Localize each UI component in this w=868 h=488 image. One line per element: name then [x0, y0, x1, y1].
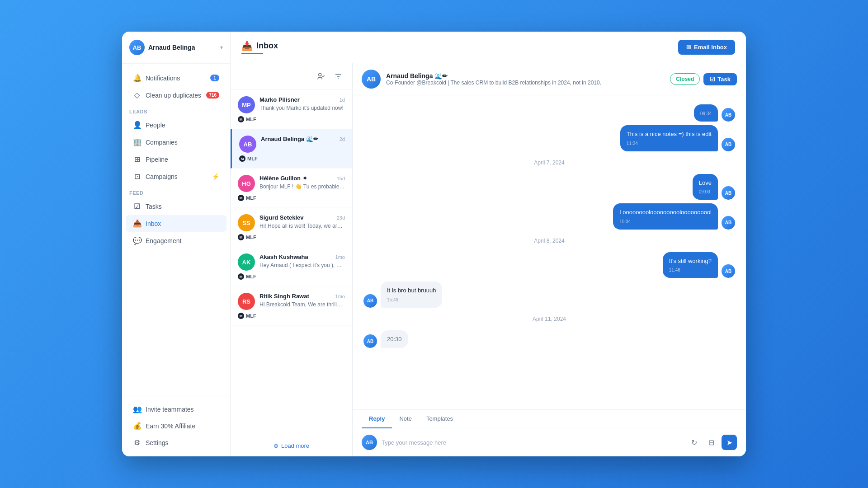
compose-tabs: ReplyNoteTemplates — [353, 410, 746, 428]
compose-avatar: AB — [362, 435, 377, 450]
status-badge[interactable]: Closed — [670, 73, 700, 85]
feed-section-label: Feed — [122, 187, 230, 197]
conv-time: 23d — [337, 215, 345, 221]
conv-info: Sigurd Seteklev 23d Hi! Hope all is well… — [259, 214, 345, 230]
inbox-label: Inbox — [146, 220, 161, 227]
tag-dot: M — [239, 155, 245, 162]
conv-time: 2d — [340, 136, 345, 142]
svg-point-0 — [319, 73, 321, 76]
sidebar-item-tasks[interactable]: ☑ Tasks — [126, 198, 226, 215]
message-text: It is bro but bruuuh — [387, 287, 436, 294]
task-icon: ☑ — [710, 76, 715, 83]
conv-preview: Thank you Marko it's updated now! — [259, 104, 345, 112]
tag-dot: M — [238, 313, 244, 319]
message-avatar: AB — [722, 216, 735, 230]
task-button[interactable]: ☑ Task — [703, 73, 737, 85]
people-icon: 👤 — [133, 121, 141, 129]
tag-dot: M — [238, 273, 244, 280]
message-text: Love — [699, 179, 712, 186]
notifications-label: Notifications — [146, 75, 180, 82]
sidebar-item-cleanup[interactable]: ◇ Clean up duplicates 716 — [126, 87, 226, 103]
conv-time: 1d — [340, 97, 345, 103]
conversation-item[interactable]: MP Marko Pilisner 1d Thank you Marko it'… — [231, 90, 352, 129]
inbox-tab[interactable]: 📥 Inbox — [241, 41, 278, 54]
message-avatar: AB — [722, 108, 735, 122]
sidebar-item-affiliate[interactable]: 💰 Earn 30% Affiliate — [126, 418, 226, 434]
cleanup-label: Clean up duplicates — [146, 92, 201, 99]
people-label: People — [146, 122, 165, 129]
notifications-badge: 1 — [210, 75, 219, 81]
tasks-label: Tasks — [146, 203, 162, 210]
conversation-item[interactable]: RS Ritik Singh Rawat 1mo Hi Breakcold Te… — [231, 286, 352, 326]
filter-button[interactable] — [331, 70, 345, 83]
conv-time: 15d — [337, 176, 345, 181]
conv-list-header — [231, 63, 352, 90]
companies-icon: 🏢 — [133, 138, 141, 146]
sidebar-item-pipeline[interactable]: ⊞ Pipeline — [126, 151, 226, 168]
conv-tag: M MLF — [239, 155, 345, 162]
load-more-label: Load more — [281, 442, 309, 449]
tag-dot: M — [238, 195, 244, 201]
sidebar-item-inbox[interactable]: 📥 Inbox — [126, 215, 226, 232]
sidebar-item-campaigns[interactable]: ⊡ Campaigns ⚡ — [126, 168, 226, 185]
message-row: 09:34AB — [363, 104, 735, 122]
message-avatar: AB — [363, 334, 377, 348]
message-avatar: AB — [722, 186, 735, 200]
load-more-button[interactable]: ⊕ Load more — [274, 442, 309, 449]
refresh-button[interactable]: ↻ — [687, 436, 701, 449]
conv-tag: M MLF — [238, 116, 345, 122]
compose-tab-note[interactable]: Note — [392, 410, 419, 428]
conv-avatar: MP — [238, 96, 255, 113]
conv-name: Marko Pilisner — [259, 96, 300, 103]
send-button[interactable]: ➤ — [722, 435, 737, 450]
page-title: Inbox — [256, 41, 278, 51]
sidebar-item-companies[interactable]: 🏢 Companies — [126, 134, 226, 150]
pipeline-label: Pipeline — [146, 156, 168, 163]
user-avatar: AB — [129, 40, 145, 55]
sidebar-item-settings[interactable]: ⚙ Settings — [126, 434, 226, 451]
message-text: Looooooooloooooooooloooooooool — [619, 209, 712, 216]
compose-tab-reply[interactable]: Reply — [362, 410, 392, 428]
sidebar-header[interactable]: AB Arnaud Belinga ▾ — [122, 32, 230, 64]
sidebar-item-engagement[interactable]: 💬 Engagement — [126, 232, 226, 249]
compose-tab-templates[interactable]: Templates — [419, 410, 460, 428]
message-text: It's still working? — [669, 258, 712, 264]
message-row: AB It is bro but bruuuh 15:49 — [363, 282, 735, 308]
sidebar-item-people[interactable]: 👤 People — [126, 117, 226, 133]
cleanup-badge: 716 — [206, 92, 219, 99]
conv-tag: M MLF — [238, 313, 345, 319]
affiliate-icon: 💰 — [133, 422, 141, 430]
conv-avatar: SS — [238, 214, 255, 231]
message-time: 09:03 — [699, 188, 712, 195]
conv-tag: M MLF — [238, 234, 345, 240]
conversation-item[interactable]: AB Arnaud Belinga 🌊✏ 2d M MLF — [231, 129, 352, 169]
inbox-header-icon: 📥 — [241, 41, 253, 52]
tag-label: MLF — [246, 235, 256, 240]
email-inbox-button[interactable]: ✉ Email Inbox — [678, 40, 735, 55]
compose-input[interactable] — [382, 439, 683, 446]
date-separator: April 11, 2024 — [363, 316, 735, 322]
message-time: 10:04 — [619, 218, 712, 225]
conv-avatar: AB — [239, 136, 256, 153]
conversation-item[interactable]: SS Sigurd Seteklev 23d Hi! Hope all is w… — [231, 208, 352, 247]
tab-underline — [241, 53, 263, 54]
conv-info: Arnaud Belinga 🌊✏ 2d — [261, 136, 345, 144]
message-bubble: Looooooooloooooooooloooooooool 10:04 — [613, 203, 718, 230]
leads-section-label: Leads — [122, 105, 230, 116]
engagement-icon: 💬 — [133, 236, 141, 245]
filter-people-button[interactable] — [314, 70, 328, 83]
sidebar-item-invite[interactable]: 👥 Invite teammates — [126, 401, 226, 418]
conv-avatar: HG — [238, 175, 255, 192]
sidebar-item-notifications[interactable]: 🔔 Notifications 1 — [126, 70, 226, 86]
attach-button[interactable]: ⊟ — [704, 436, 718, 449]
tag-label: MLF — [246, 313, 256, 319]
load-more-row: ⊕ Load more — [231, 435, 352, 456]
companies-label: Companies — [146, 139, 178, 146]
conversation-item[interactable]: AK Akash Kushwaha 1mo Hey Arnaud ( I exp… — [231, 247, 352, 286]
conv-avatar: AK — [238, 253, 255, 271]
conversation-list-body: MP Marko Pilisner 1d Thank you Marko it'… — [231, 90, 352, 435]
conversation-item[interactable]: HG Hélène Guillon ✦ 15d Bonjour MLF ! 👋 … — [231, 169, 352, 208]
compose-input-row: AB ↻ ⊟ ➤ — [353, 428, 746, 456]
engagement-label: Engagement — [146, 237, 181, 244]
message-bubble: It's still working? 11:46 — [663, 252, 718, 278]
